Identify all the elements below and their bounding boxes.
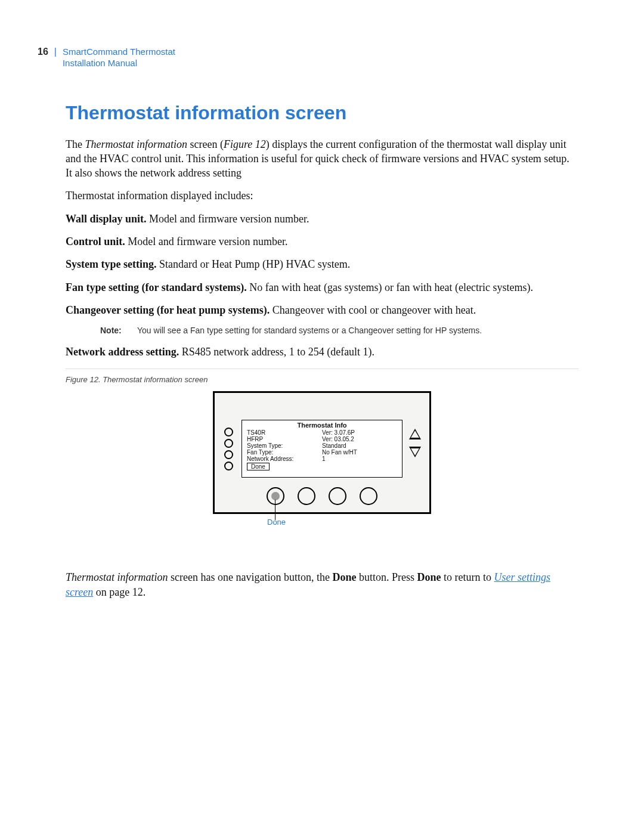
lcd-row: System Type:Standard [247,442,397,449]
hardware-button[interactable] [360,487,377,505]
lcd-done-softkey: Done [247,463,270,470]
doc-title: SmartCommand Thermostat Installation Man… [63,47,175,69]
left-indicator-leds [224,428,233,470]
running-head: 16 | SmartCommand Thermostat Installatio… [38,47,578,69]
led-icon [224,450,233,459]
lcd-content: TS40RVer: 3.07.6P HFRPVer: 03.05.2 Syste… [242,429,402,470]
callout-done-label: Done [267,518,286,527]
info-item: System type setting. Standard or Heat Pu… [66,257,578,271]
info-item: Control unit. Model and firmware version… [66,234,578,249]
lcd-screen: Thermostat Info TS40RVer: 3.07.6P HFRPVe… [242,420,402,478]
info-item: Fan type setting (for standard systems).… [66,280,578,295]
figure: Thermostat Info TS40RVer: 3.07.6P HFRPVe… [66,391,578,552]
doc-title-line1: SmartCommand Thermostat [63,47,175,57]
note: Note: You will see a Fan type setting fo… [100,326,578,335]
lcd-row: Network Address:1 [247,456,397,462]
closing-paragraph: Thermostat information screen has one na… [66,570,578,599]
callout-line [275,500,275,520]
info-item: Wall display unit. Model and firmware ve… [66,212,578,226]
intro-paragraph: The Thermostat information screen (Figur… [66,137,578,181]
thermostat-device: Thermostat Info TS40RVer: 3.07.6P HFRPVe… [213,391,431,514]
note-label: Note: [100,326,137,335]
lcd-row: TS40RVer: 3.07.6P [247,429,397,436]
lead-in: Thermostat information displayed include… [66,188,578,203]
info-item-network: Network address setting. RS485 network a… [66,345,578,359]
up-arrow-icon [409,429,421,439]
lcd-row: Fan Type:No Fan w/HT [247,449,397,456]
divider [66,368,578,369]
done-button[interactable] [267,487,284,505]
led-icon [224,462,233,470]
hardware-button-row [215,487,429,505]
lcd-title: Thermostat Info [242,420,402,429]
section-title: Thermostat information screen [66,102,578,124]
down-arrow-icon [409,447,421,457]
info-item: Changeover setting (for heat pump system… [66,303,578,317]
figure-caption: Figure 12. Thermostat information screen [66,375,578,384]
led-icon [224,428,233,436]
hardware-button[interactable] [329,487,346,505]
doc-title-line2: Installation Manual [63,58,137,68]
header-separator: | [48,47,63,57]
page-number: 16 [38,47,48,57]
note-text: You will see a Fan type setting for stan… [137,326,482,335]
lcd-row: HFRPVer: 03.05.2 [247,436,397,442]
led-icon [224,439,233,448]
hardware-button[interactable] [298,487,315,505]
